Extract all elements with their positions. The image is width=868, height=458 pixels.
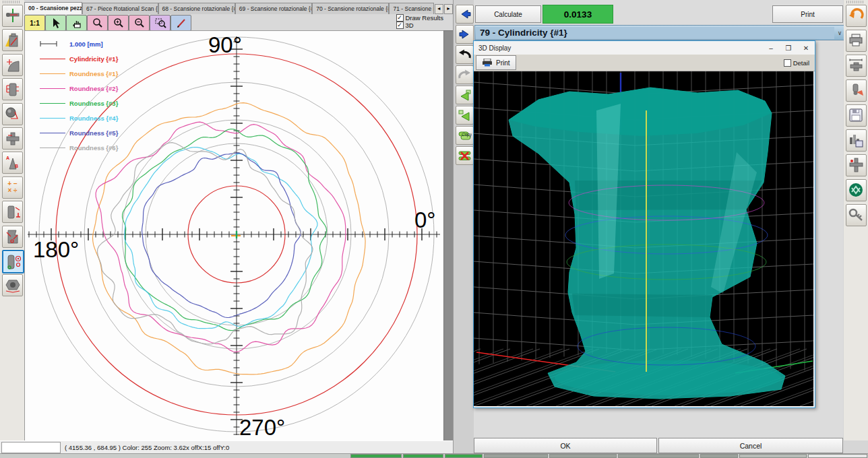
tab-scroll-left[interactable]: ◄ [435,4,443,14]
3d-checkbox-box[interactable]: ✓ [396,22,404,29]
zoom-button[interactable] [87,15,108,31]
backarrow-icon [458,48,472,61]
zoom-in-button[interactable] [108,15,129,31]
undo-button[interactable] [456,45,474,64]
actual-size-button[interactable]: 1:1 [24,15,45,31]
move-result-up-button[interactable] [456,86,474,104]
maximize-icon[interactable]: ❒ [780,42,797,54]
zoom-region-button[interactable] [150,15,170,31]
angle-label-0: 0° [414,207,436,233]
sidebar-tool-save-results-button[interactable] [846,129,867,152]
metrology-app-window: AB+ −× ÷ 00 - Scansione pezzo 167 - Piec… [0,0,868,458]
detail-checkbox[interactable]: Detail [784,59,809,67]
save-results-button-icon [848,132,865,149]
svg-text:B: B [15,164,18,168]
left-toolbar: AB+ −× ÷ [0,0,24,440]
legend-swatch [40,88,65,89]
tab-scan-2[interactable]: 68 - Scansione rotazionale {#2} [158,3,235,14]
legend-swatch [40,103,65,104]
chevron-down-icon[interactable]: ∨ [835,30,844,36]
tab-scan-3[interactable]: 69 - Scansione rotazionale {#3} [235,3,312,14]
draw-results-checkbox[interactable]: ✓ Draw Results [396,14,444,22]
sidebar-tool-runout-measure-tool[interactable] [2,226,23,248]
sidebar-tool-cylinder-dimension-tool[interactable] [2,78,23,100]
angle-label-90: 90° [208,32,242,58]
taskbar-segment-4[interactable] [549,454,617,458]
ok-button[interactable]: OK [474,438,657,453]
print-button[interactable]: Print [772,5,843,23]
plot-scrollbar[interactable] [443,30,454,442]
sidebar-tool-license-key-button[interactable] [846,204,867,226]
3d-print-button[interactable]: Print [476,55,516,70]
sidebar-tool-dimension-report-button[interactable] [846,55,867,77]
sidebar-tool-perpendicularity-tool[interactable] [2,201,23,223]
detail-checkbox-box[interactable] [784,59,791,67]
sidebar-tool-save-button[interactable] [846,104,867,127]
3d-window-titlebar[interactable]: 3D Display – ❒ ✕ [474,41,815,55]
3d-checkbox[interactable]: ✓ 3D [396,22,444,29]
taskbar-segment-8[interactable] [808,454,867,458]
legend-swatch [40,148,65,148]
tab-piece-scan[interactable]: 00 - Scansione pezzo 1 [24,2,82,14]
sidebar-tool-angle-measure-tool[interactable]: AB [2,152,23,174]
sidebar-tool-profile-measure-tool[interactable] [2,54,23,76]
runout-measure-tool-icon [4,228,21,245]
zoom-out-button[interactable] [129,15,150,31]
taskbar-segment-6[interactable] [700,454,738,458]
taskbar-segment-5[interactable] [618,454,699,458]
legend-label: Roundness {#1} [69,70,118,77]
feature-select-dropdown[interactable]: 79 - Cylindricity {#1} ∨ [474,25,845,40]
sphere-dimension-tool-icon [4,106,21,123]
draw-results-checkbox-box[interactable]: ✓ [396,14,404,22]
legend-swatch [40,59,65,59]
sidebar-tool-alignment-probe-tool[interactable] [2,5,23,27]
scale-bar: 1.000 [mm] [40,36,118,51]
pan-hand-button[interactable] [66,15,87,31]
legend-label: Roundness {#2} [69,85,118,92]
redo-button[interactable] [456,65,474,84]
plot-legend: 1.000 [mm] Cylindricity {#1} Roundness {… [40,36,118,155]
sidebar-tool-approve-button[interactable] [846,179,867,201]
sidebar-tool-probe-measure-button[interactable] [846,79,867,102]
detail-label: Detail [793,59,809,67]
sidebar-tool-hex-feature-tool[interactable] [2,274,23,296]
3d-viewport[interactable] [474,71,813,406]
sidebar-tool-roundness-cylindricity-tool[interactable] [2,250,24,273]
delete-button[interactable] [456,146,474,165]
legend-label: Roundness {#3} [69,100,118,107]
3d-window-title: 3D Display [474,44,762,52]
tab-scan-1[interactable]: 67 - Piece Rotational Scan {#1} [82,3,158,14]
tab-scroll-right[interactable]: ► [444,4,453,14]
sidebar-tool-math-operations-tool[interactable]: + −× ÷ [2,176,23,199]
status-box [1,442,61,453]
taskbar-segment-3[interactable] [484,454,548,458]
select-cursor-button[interactable] [45,15,66,31]
piece-scan-tool-icon [4,32,21,48]
sidebar-tool-print-report-button[interactable] [846,30,867,52]
3d-window-toolbar: Print Detail [474,55,815,71]
tab-scan-5[interactable]: 71 - Scansione rotazionale [389,3,433,14]
taskbar-segment-2[interactable] [445,454,483,458]
middle-toolbar: Copy [453,0,474,454]
taskbar-segment-1[interactable] [403,454,443,458]
angle-label-270: 270° [239,415,285,440]
close-icon[interactable]: ✕ [797,42,815,54]
blueleft-icon [458,7,472,21]
nav-next-button[interactable] [456,25,474,44]
tab-scan-4[interactable]: 70 - Scansione rotazionale {#4} [312,3,389,14]
sidebar-tool-piece-scan-tool[interactable] [2,29,23,51]
cancel-button[interactable]: Cancel [658,438,843,453]
sidebar-tool-fixture-setup-button[interactable] [846,154,867,176]
sidebar-tool-undo-action-button[interactable] [846,5,867,27]
angle-label-180: 180° [33,237,79,263]
copy-button[interactable]: Copy [456,126,474,145]
nav-previous-button[interactable] [456,5,474,24]
move-result-down-button[interactable] [456,106,474,125]
calculate-button[interactable]: Calculate [475,5,541,23]
sidebar-tool-cross-dimension-tool[interactable] [2,127,23,150]
measure-line-button[interactable] [170,15,191,31]
taskbar-segment-0[interactable] [350,454,402,458]
taskbar-segment-7[interactable] [739,454,807,458]
minimize-icon[interactable]: – [762,42,780,54]
sidebar-tool-sphere-dimension-tool[interactable] [2,103,23,125]
